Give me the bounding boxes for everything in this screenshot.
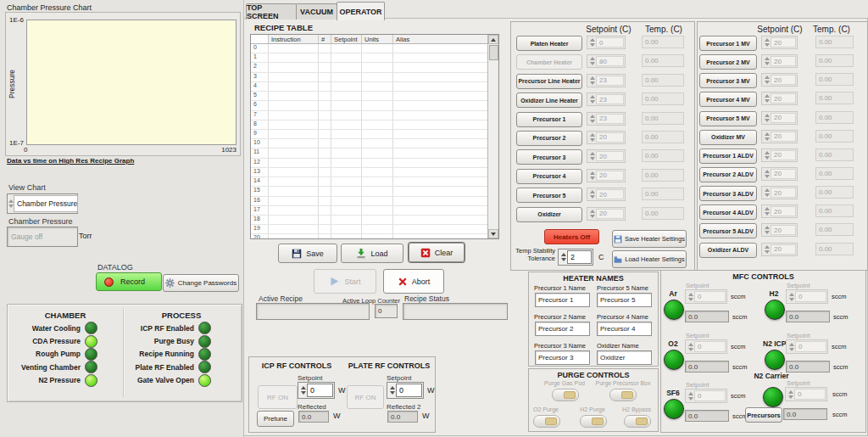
spinner-down-icon[interactable] <box>765 137 770 141</box>
spinner-down-icon[interactable] <box>590 138 595 142</box>
heater-setpoint-spinner[interactable]: 20 <box>761 92 798 105</box>
cell-instruction[interactable] <box>269 206 319 215</box>
cell-alias[interactable] <box>393 130 487 138</box>
heater-button[interactable]: Precursor 2 ALDV <box>699 167 757 182</box>
heater-setpoint-spinner[interactable]: 23 <box>587 112 626 126</box>
scroll-down-icon[interactable] <box>488 229 498 238</box>
spinner-down-icon[interactable] <box>590 120 595 123</box>
icp-setpoint-spinner[interactable]: 0 <box>298 382 335 399</box>
heater-button[interactable]: Precursor 1 ALDV <box>699 148 757 164</box>
spinner-up-icon[interactable] <box>765 57 770 60</box>
heater-button[interactable]: Precursor 2 <box>516 131 582 146</box>
spinner-down-icon[interactable] <box>390 391 395 395</box>
cell-number[interactable] <box>319 82 331 91</box>
cell-units[interactable] <box>362 101 393 109</box>
cell-units[interactable] <box>362 92 393 100</box>
cell-setpoint[interactable] <box>331 216 362 224</box>
cell-units[interactable] <box>362 73 393 81</box>
gas-valve-button[interactable] <box>765 350 785 370</box>
spinner-up-icon[interactable] <box>590 190 595 193</box>
cell-setpoint[interactable] <box>331 111 362 120</box>
cell-alias[interactable] <box>393 139 487 148</box>
scroll-up-icon[interactable] <box>488 35 498 44</box>
table-row[interactable]: 6 <box>251 101 487 110</box>
cell-units[interactable] <box>362 225 393 233</box>
cell-setpoint[interactable] <box>331 206 362 215</box>
cell-setpoint[interactable] <box>331 92 362 100</box>
spinner-up-icon[interactable] <box>765 76 770 79</box>
heater-setpoint-spinner[interactable]: 20 <box>587 169 626 182</box>
spinner-up-icon[interactable] <box>301 386 306 389</box>
heater-button[interactable]: Precursor 5 MV <box>699 111 757 126</box>
cell-units[interactable] <box>362 197 393 205</box>
spinner-down-icon[interactable] <box>765 156 770 160</box>
cell-setpoint[interactable] <box>331 53 362 62</box>
cell-number[interactable] <box>319 148 331 157</box>
plate-setpoint-spinner[interactable]: 0 <box>387 382 424 399</box>
spinner-down-icon[interactable] <box>590 81 595 85</box>
cell-units[interactable] <box>362 187 393 195</box>
table-row[interactable]: 0 <box>251 44 487 53</box>
cell-alias[interactable] <box>393 216 487 224</box>
cell-number[interactable] <box>319 187 331 195</box>
gas-valve-button[interactable] <box>664 300 684 320</box>
cell-number[interactable] <box>319 73 331 81</box>
mfc-setpoint-spinner[interactable]: 0 <box>786 339 828 354</box>
spinner-down-icon[interactable] <box>765 99 770 103</box>
heater-button[interactable]: Precursor 5 ALDV <box>699 223 757 238</box>
cell-number[interactable] <box>319 120 331 129</box>
tolerance-spinner[interactable]: 2 <box>558 249 593 266</box>
spinner-down-icon[interactable] <box>590 215 595 218</box>
table-row[interactable]: 16 <box>251 197 487 206</box>
cell-number[interactable] <box>319 225 331 233</box>
mfc-setpoint-spinner[interactable]: 0 <box>685 289 727 304</box>
cell-instruction[interactable] <box>269 111 319 120</box>
heater-button[interactable]: Precursor 4 ALDV <box>699 204 757 220</box>
cell-instruction[interactable] <box>269 130 319 138</box>
heater-button[interactable]: Precursor 3 ALDV <box>699 186 757 201</box>
cell-instruction[interactable] <box>269 159 319 167</box>
heater-setpoint-spinner[interactable]: 20 <box>587 188 626 201</box>
cell-alias[interactable] <box>393 73 487 81</box>
heater-setpoint-spinner[interactable]: 20 <box>761 130 798 143</box>
cell-alias[interactable] <box>393 63 487 71</box>
change-passwords-button[interactable]: Change Passwords <box>163 274 239 292</box>
mfc-setpoint-spinner[interactable]: 0 <box>685 339 727 354</box>
cell-number[interactable] <box>319 159 331 167</box>
heater-setpoint-spinner[interactable]: 20 <box>761 73 798 87</box>
cell-setpoint[interactable] <box>331 120 362 129</box>
cell-instruction[interactable] <box>269 216 319 224</box>
cell-setpoint[interactable] <box>331 148 362 157</box>
spinner-down-icon[interactable] <box>590 62 595 65</box>
spinner-up-icon[interactable] <box>590 171 595 175</box>
spinner-up-icon[interactable] <box>765 151 770 154</box>
heater-button[interactable]: Precursor 3 <box>516 149 582 165</box>
cell-setpoint[interactable] <box>331 44 362 53</box>
heater-button[interactable]: Oxidizer ALDV <box>699 243 757 258</box>
spinner-down-icon[interactable] <box>765 119 770 122</box>
table-row[interactable]: 2 <box>251 63 487 72</box>
cell-instruction[interactable] <box>269 148 319 157</box>
spinner-up-icon[interactable] <box>765 245 770 249</box>
spinner-down-icon[interactable] <box>765 81 770 84</box>
spinner-down-icon[interactable] <box>590 176 595 180</box>
cell-instruction[interactable] <box>269 101 319 109</box>
precursor-5-name-field[interactable]: Precursor 5 <box>597 293 652 307</box>
heater-setpoint-spinner[interactable]: 23 <box>587 92 626 106</box>
cell-units[interactable] <box>362 216 393 224</box>
cell-instruction[interactable] <box>269 177 319 186</box>
cell-alias[interactable] <box>393 92 487 100</box>
start-button[interactable]: Start <box>314 269 376 294</box>
cell-number[interactable] <box>319 206 331 215</box>
cell-instruction[interactable] <box>269 168 319 176</box>
heater-button[interactable]: Precursor 5 <box>516 188 582 203</box>
load-heater-settings-button[interactable]: Load Heater Settings <box>612 250 687 268</box>
spinner-down-icon[interactable] <box>765 212 770 216</box>
cell-alias[interactable] <box>393 225 487 233</box>
cell-number[interactable] <box>319 177 331 186</box>
cell-alias[interactable] <box>393 197 487 205</box>
cell-setpoint[interactable] <box>331 82 362 91</box>
pretune-button[interactable]: Pretune <box>257 411 294 427</box>
table-row[interactable]: 7 <box>251 111 487 120</box>
h2-purge-toggle[interactable] <box>580 415 607 428</box>
